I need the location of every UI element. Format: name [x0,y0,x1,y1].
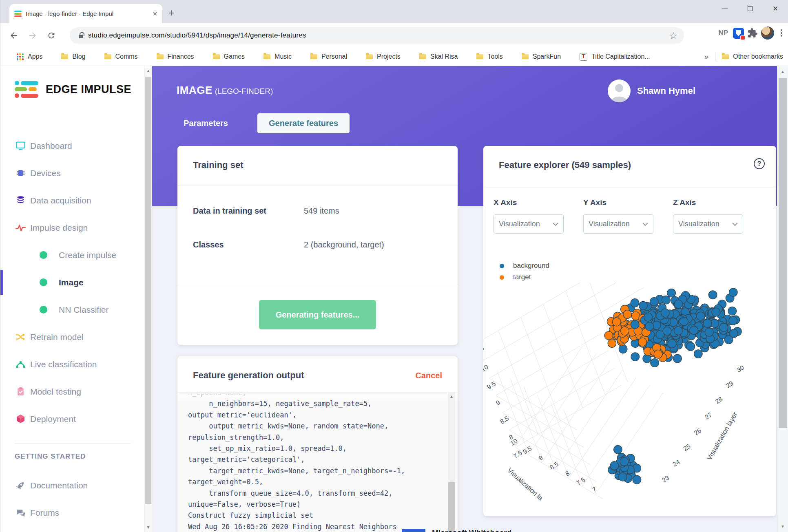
edge-impulse-favicon [14,11,22,17]
bookmark-tools[interactable]: Tools [476,53,502,60]
bookmark-star-icon[interactable]: ☆ [669,30,677,41]
page-scrollbar-thumb[interactable] [779,78,787,428]
console-scrollbar[interactable]: ▲ [448,393,455,532]
extension-np-badge[interactable]: NP [717,29,730,37]
folder-icon [61,54,68,59]
sidebar-item-dashboard[interactable]: Dashboard [0,132,144,159]
folder-icon [419,54,426,59]
chevron-down-icon [642,221,648,228]
sidebar-item-devices[interactable]: Devices [0,159,144,187]
clipped-blue-element [402,529,425,532]
sidebar-item-label: Model testing [30,387,81,397]
extensions-puzzle-icon[interactable] [747,28,758,38]
other-bookmarks-button[interactable]: Other bookmarks [722,53,783,60]
bookmarks-overflow-chevron[interactable]: » [704,52,709,61]
green-dot-icon [40,278,47,286]
edge-impulse-logo[interactable]: EDGE IMPULSE [15,81,131,98]
tab-generate-features[interactable]: Generate features [257,113,350,133]
legend-item-target[interactable]: target [500,272,549,283]
bookmark-comms[interactable]: Comms [104,53,138,60]
sidebar-item-nn-classifier[interactable]: NN Classifier [0,296,144,323]
tab-close-icon[interactable]: ✕ [153,11,157,17]
folder-icon [310,54,317,59]
sidebar-item-label: Documentation [30,481,88,490]
y-axis-select[interactable]: Visualization [583,214,653,234]
folder-icon [522,54,529,59]
window-minimize-button[interactable] [712,0,737,17]
address-bar[interactable]: studio.edgeimpulse.com/studio/5941/dsp/i… [70,27,684,44]
feature-explorer-title: Feature explorer (549 samples) [499,160,631,170]
console-scrollbar-thumb[interactable] [448,482,455,532]
bookmark-apps[interactable]: Apps [17,53,42,60]
scroll-up-icon[interactable]: ▲ [777,69,788,74]
url-text[interactable]: studio.edgeimpulse.com/studio/5941/dsp/i… [88,31,306,40]
green-dot-icon [40,306,47,313]
user-menu[interactable]: Shawn Hymel [608,79,695,102]
feature-explorer-3d-plot[interactable]: 10.5109.598.587.5109.598.587.57302928272… [483,283,776,515]
scroll-down-icon[interactable]: ▼ [144,525,152,530]
console-output[interactable]: n_epochs=None, n_neighbors=15, negative_… [177,392,458,532]
bookmark-skal-risa[interactable]: Skal Risa [419,53,458,60]
sidebar-item-create-impulse[interactable]: Create impulse [0,241,144,269]
sidebar-scrollbar-thumb[interactable] [145,77,151,504]
plot-legend[interactable]: backgroundtarget [500,260,549,283]
bitwarden-extension-icon[interactable] [733,28,744,39]
minimize-icon [722,9,728,9]
bookmark-personal[interactable]: Personal [310,53,347,60]
forward-button[interactable] [23,26,42,45]
sidebar-item-documentation[interactable]: Documentation [0,472,144,499]
plot-tick-label: 25 [682,443,692,453]
window-maximize-button[interactable] [737,0,763,17]
bookmark-projects[interactable]: Projects [366,53,401,60]
bookmark-title-capitalization[interactable]: TTitle Capitalization... [580,53,650,61]
database-icon [15,195,26,206]
bookmark-blog[interactable]: Blog [61,53,85,60]
sidebar-item-data-acquisition[interactable]: Data acquisition [0,187,144,214]
help-icon[interactable]: ? [754,158,765,169]
legend-item-background[interactable]: background [500,260,549,272]
bookmark-games[interactable]: Games [213,53,245,60]
sidebar-item-label: Create impulse [59,250,116,260]
cancel-button[interactable]: Cancel [415,371,442,380]
sidebar-scrollbar[interactable]: ▲ ▼ [144,66,152,532]
reload-button[interactable] [42,26,61,45]
bookmark-music[interactable]: Music [263,53,292,60]
sidebar-item-live-classification[interactable]: Live classification [0,351,144,378]
user-name: Shawn Hymel [637,86,695,96]
sidebar-item-impulse-design[interactable]: Impulse design [0,214,144,241]
generating-features-button[interactable]: Generating features... [259,300,376,329]
browser-profile-avatar[interactable] [761,26,774,40]
back-arrow-icon [9,31,19,40]
feature-output-card: Feature generation output Cancel n_epoch… [177,356,458,532]
scroll-down-icon[interactable]: ▼ [777,524,788,529]
tab-parameters[interactable]: Parameters [184,119,228,128]
https-lock-icon[interactable] [79,35,83,38]
new-tab-button[interactable]: + [168,7,175,18]
dashboard-icon [15,140,26,152]
bottom-axis-title: Visualization la [506,466,545,502]
back-button[interactable] [4,26,23,45]
window-close-button[interactable]: ✕ [763,0,788,17]
page-scrollbar[interactable]: ▲ ▼ [777,66,788,532]
bookmark-sparkfun[interactable]: SparkFun [522,53,561,60]
training-items-label: Data in training set [193,206,266,216]
browser-menu-kebab-icon[interactable] [777,29,786,37]
sidebar-item-retrain-model[interactable]: Retrain model [0,323,144,351]
sidebar-item-image[interactable]: Image [0,269,144,296]
x-axis-select[interactable]: Visualization [494,214,564,234]
sidebar-item-model-testing[interactable]: Model testing [0,378,144,405]
sidebar-item-label: Image [59,278,84,287]
bookmark-finances[interactable]: Finances [157,53,194,60]
user-avatar [608,79,631,102]
bookmarks-divider [715,52,715,61]
sidebar-item-forums[interactable]: Forums [0,499,144,526]
scroll-up-icon[interactable]: ▲ [448,394,455,399]
z-axis-select[interactable]: Visualization [673,214,743,234]
chat-icon [15,507,26,519]
scroll-up-icon[interactable]: ▲ [144,68,152,73]
browser-tab[interactable]: Image - lego-finder - Edge Impul ✕ [9,4,162,23]
y-axis-label: Y Axis [583,198,653,207]
sidebar-item-deployment[interactable]: Deployment [0,405,144,433]
shuffle-icon [15,331,26,343]
getting-started-header: GETTING STARTED [15,453,86,461]
